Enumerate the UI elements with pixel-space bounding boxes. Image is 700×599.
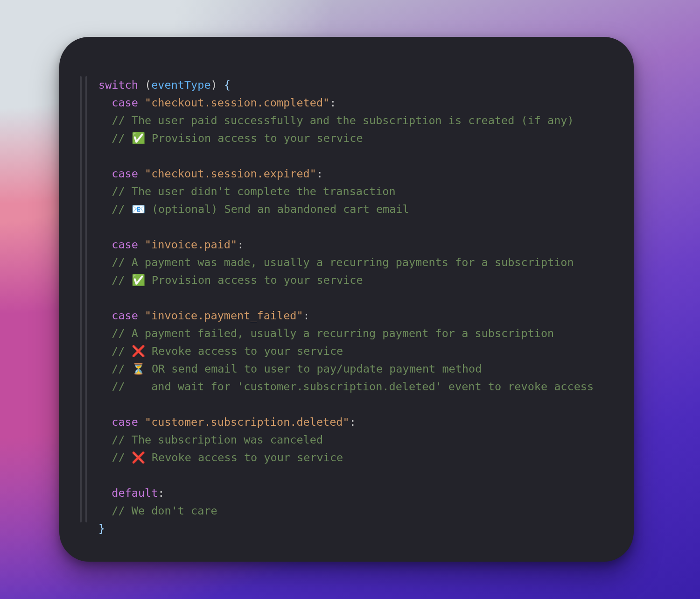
comment-line: // The subscription was canceled — [112, 433, 323, 446]
close-paren: ) — [211, 78, 217, 92]
colon: : — [237, 238, 244, 251]
comment-line: // ✅ Provision access to your service — [112, 132, 363, 145]
colon: : — [158, 486, 164, 500]
colon: : — [329, 96, 336, 109]
keyword-switch: switch — [98, 78, 138, 92]
colon: : — [316, 167, 323, 180]
keyword-default: default — [112, 486, 158, 500]
comment-line: // ❌ Revoke access to your service — [112, 345, 343, 358]
comment-line: // The user didn't complete the transact… — [112, 185, 395, 198]
open-brace: { — [224, 78, 231, 92]
comment-line: // A payment failed, usually a recurring… — [112, 327, 554, 340]
comment-line: // A payment was made, usually a recurri… — [112, 256, 574, 269]
keyword-case: case — [112, 309, 138, 322]
code-block: switch (eventType) { case "checkout.sess… — [98, 76, 594, 522]
indent-bar — [85, 76, 87, 522]
close-brace: } — [98, 522, 105, 535]
case-string: "customer.subscription.deleted" — [145, 416, 350, 429]
colon: : — [350, 416, 356, 429]
comment-line: // and wait for 'customer.subscription.d… — [112, 380, 594, 393]
variable-eventtype: eventType — [151, 78, 210, 92]
colon: : — [303, 309, 310, 322]
comment-line: // 📧 (optional) Send an abandoned cart e… — [112, 203, 409, 216]
indent-bar — [80, 76, 82, 522]
case-string: "checkout.session.completed" — [145, 96, 329, 109]
comment-line: // ⏳ OR send email to user to pay/update… — [112, 362, 482, 375]
indent-guides — [80, 76, 87, 522]
keyword-case: case — [112, 167, 138, 180]
code-wrap: switch (eventType) { case "checkout.sess… — [80, 76, 606, 522]
comment-line: // ❌ Revoke access to your service — [112, 451, 343, 464]
comment-line: // We don't care — [112, 504, 217, 517]
case-string: "invoice.paid" — [145, 238, 237, 251]
case-string: "checkout.session.expired" — [145, 167, 316, 180]
code-card: switch (eventType) { case "checkout.sess… — [59, 37, 634, 562]
comment-line: // The user paid successfully and the su… — [112, 114, 574, 127]
comment-line: // ✅ Provision access to your service — [112, 274, 363, 287]
keyword-case: case — [112, 416, 138, 429]
keyword-case: case — [112, 238, 138, 251]
keyword-case: case — [112, 96, 138, 109]
case-string: "invoice.payment_failed" — [145, 309, 303, 322]
open-paren: ( — [145, 78, 151, 92]
